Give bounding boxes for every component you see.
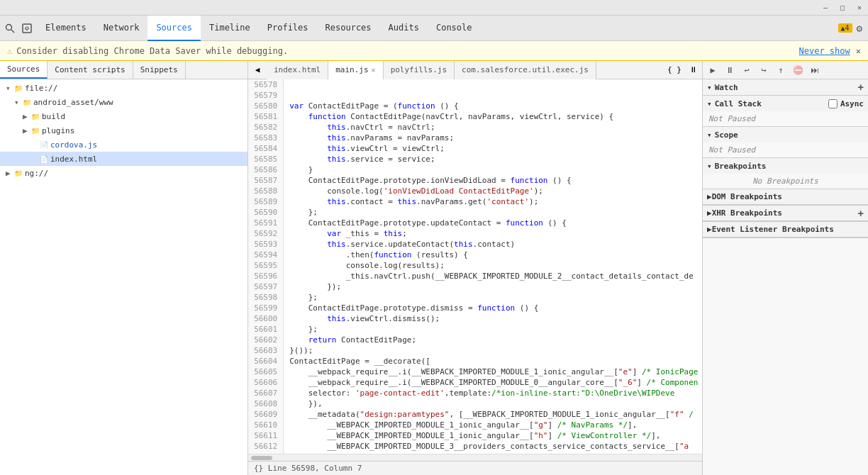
tab-network[interactable]: Network [95,16,148,41]
hscroll-thumb[interactable] [251,456,272,460]
dom-bp-arrow: ▶ [707,192,712,201]
step-over-button[interactable]: ↩ [740,63,754,77]
watch-header[interactable]: ▾ Watch + [703,79,868,95]
pause-button[interactable]: ⏸ [684,61,702,79]
breakpoints-status: No Breakpoints [703,174,868,189]
scope-header[interactable]: ▾ Scope [703,127,868,142]
close-button[interactable]: ✕ [854,2,865,13]
deactivate-breakpoints-button[interactable]: ⛔ [791,63,805,77]
file-tab-exec-js[interactable]: com.salesforce.util.exec.js [455,61,596,79]
call-stack-header[interactable]: ▾ Call Stack Async [703,96,868,111]
tree-label: index.html [50,155,97,164]
step-into-button[interactable]: ↪ [757,63,771,77]
status-text: {} Line 56598, Column 7 [254,464,362,473]
code-area: ◀ index.html main.js ✕ polyfills.js com.… [248,61,702,475]
step-out-button[interactable]: ↑ [774,63,788,77]
xhr-bp-add-button[interactable]: + [858,208,864,219]
code-line: 56586 } [248,164,702,175]
tree-item-build[interactable]: ▶ 📁 build [0,109,247,123]
breakpoints-label: Breakpoints [715,162,767,171]
event-listener-bp-arrow: ▶ [707,225,712,234]
dom-breakpoints-header[interactable]: ▶ DOM Breakpoints [703,189,868,205]
event-listener-bp-header[interactable]: ▶ Event Listener Breakpoints [703,222,868,238]
svg-rect-2 [23,24,31,33]
tree-item-android-asset[interactable]: ▾ 📁 android_asset/www [0,95,247,109]
tree-arrow: ▶ [6,169,14,178]
tab-profiles[interactable]: Profiles [259,16,317,41]
tree-item-index-html[interactable]: 📄 index.html [0,152,247,166]
tree-item-ng-root[interactable]: ▶ 📁 ng:// [0,166,247,180]
call-stack-label: Call Stack [715,99,762,108]
warning-close-button[interactable]: ✕ [856,46,861,56]
tree-arrow: ▾ [14,98,23,107]
sidebar-tab-sources[interactable]: Sources [0,61,48,79]
right-panel: ▶ ⏸ ↩ ↪ ↑ ⛔ ⏭ ▾ Watch + ▾ Call Stack Asy… [702,61,868,475]
tree-arrow: ▶ [23,112,31,121]
file-tab-main-js[interactable]: main.js ✕ [328,61,383,79]
search-icon[interactable] [3,21,17,35]
xhr-breakpoints-header[interactable]: ▶ XHR Breakpoints + [703,206,868,221]
call-stack-section: ▾ Call Stack Async Not Paused [703,96,868,127]
toggle-format-button[interactable]: { } [665,61,684,79]
file-tab-index-html[interactable]: index.html [267,61,328,79]
maximize-button[interactable]: □ [837,2,848,13]
tab-elements[interactable]: Elements [37,16,95,41]
code-line: 56587 ContactEditPage.prototype.ionViewD… [248,175,702,186]
settings-icon[interactable]: ⚙ [857,23,862,34]
tree-item-file-root[interactable]: ▾ 📁 file:// [0,81,247,95]
tab-sources[interactable]: Sources [148,16,201,41]
async-checkbox[interactable] [828,99,838,108]
event-listener-bp-label: Event Listener Breakpoints [712,225,834,234]
code-line: 56601 }; [248,324,702,335]
pause-button[interactable]: ⏸ [723,63,737,77]
sidebar-tab-snippets[interactable]: Snippets [133,61,186,79]
xhr-breakpoints-section: ▶ XHR Breakpoints + [703,206,868,222]
watch-add-button[interactable]: + [858,82,864,93]
file-tree: ▾ 📁 file:// ▾ 📁 android_asset/www ▶ 📁 bu… [0,79,247,475]
never-show-link[interactable]: Never show [799,46,850,56]
folder-icon: 📁 [31,113,40,121]
file-tab-polyfills[interactable]: polyfills.js [384,61,455,79]
xhr-bp-label: XHR Breakpoints [712,208,782,218]
svg-point-3 [26,27,28,30]
horizontal-scrollbar[interactable] [248,454,702,461]
code-line: 56578 [248,79,702,90]
resume-button[interactable]: ▶ [706,63,720,77]
dom-bp-label: DOM Breakpoints [712,192,782,201]
tab-console[interactable]: Console [428,16,481,41]
code-line: 56581 function ContactEditPage(navCtrl, … [248,111,702,122]
tree-label: plugins [42,126,74,135]
code-line: 56605 __webpack_require__.i(__WEBPACK_IM… [248,367,702,377]
code-line: 56603}()); [248,345,702,356]
code-line: 56613], ContactEditPage); [248,452,702,454]
file-tabs-prev[interactable]: ◀ [248,61,267,79]
sidebar-tab-content-scripts[interactable]: Content scripts [48,61,133,79]
tree-arrow: ▶ [23,126,31,135]
code-line: 56600 this.viewCtrl.dismiss(); [248,313,702,324]
tab-audits[interactable]: Audits [380,16,428,41]
code-line: 56602 return ContactEditPage; [248,335,702,345]
event-listener-breakpoints-section: ▶ Event Listener Breakpoints [703,222,868,238]
main-area: Sources Content scripts Snippets ▾ 📁 fil… [0,61,868,475]
code-line: 56582 this.navCtrl = navCtrl; [248,122,702,133]
titlebar: — □ ✕ [0,0,868,16]
code-line: 56580var ContactEditPage = (function () … [248,101,702,111]
tree-label: ng:// [25,169,48,178]
tree-item-plugins[interactable]: ▶ 📁 plugins [0,123,247,138]
async-label: Async [840,99,864,108]
code-editor[interactable]: 56578 56579 56580var ContactEditPage = (… [248,79,702,454]
breakpoints-header[interactable]: ▾ Breakpoints [703,158,868,174]
tree-label: cordova.js [50,140,97,150]
close-tab-main-js[interactable]: ✕ [372,66,376,74]
tab-timeline[interactable]: Timeline [201,16,259,41]
pause-on-exceptions-button[interactable]: ⏭ [808,63,822,77]
left-sidebar: Sources Content scripts Snippets ▾ 📁 fil… [0,61,248,475]
watch-label: Watch [715,83,738,92]
watch-arrow: ▾ [707,83,712,92]
code-line: 56583 this.navParams = navParams; [248,133,702,143]
minimize-button[interactable]: — [820,2,831,13]
tab-resources[interactable]: Resources [317,16,380,41]
tree-arrow: ▾ [6,84,14,93]
inspect-icon[interactable] [20,21,34,35]
tree-item-cordova-js[interactable]: 📄 cordova.js [0,138,247,152]
